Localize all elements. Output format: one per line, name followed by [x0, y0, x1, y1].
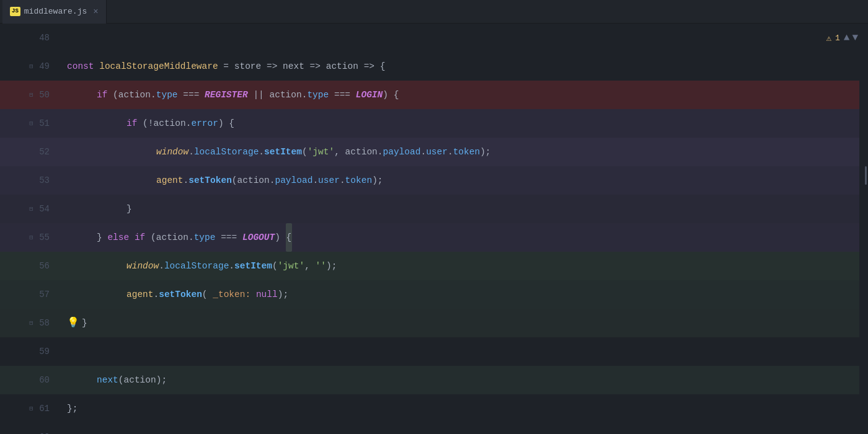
line-code: agent.setToken(action.payload.user.token…: [62, 166, 868, 195]
fold-icon[interactable]: ⊟: [27, 404, 35, 413]
prev-warning-button[interactable]: ▲: [844, 32, 850, 43]
line-number: 56: [0, 261, 62, 271]
file-tab[interactable]: JS middleware.js ×: [2, 0, 107, 24]
line-number: ⊟ 51: [0, 118, 62, 128]
line-number: 59: [0, 347, 62, 356]
line-code: };: [62, 394, 868, 423]
line-code: window.localStorage.setItem('jwt', actio…: [62, 138, 868, 166]
fold-icon[interactable]: ⊟: [27, 205, 35, 213]
fold-icon[interactable]: ⊟: [27, 62, 35, 71]
table-row: ⊟ 54 }: [0, 195, 868, 223]
line-number: 52: [0, 147, 62, 157]
line-number: ⊟ 61: [0, 404, 62, 414]
line-number: ⊟ 55: [0, 232, 62, 242]
line-code: agent.setToken( _token: null);: [62, 280, 868, 309]
line-code: window.localStorage.setItem('jwt', '');: [62, 252, 868, 280]
table-row: ⊟ 58 💡 }: [0, 309, 868, 337]
line-number: ⊟ 58: [0, 318, 62, 328]
line-number: ⊟ 54: [0, 204, 62, 214]
line-code: if (action.type === REGISTER || action.t…: [62, 81, 868, 109]
fold-icon[interactable]: ⊟: [27, 233, 35, 242]
table-row: ⊟ 51 if (!action.error) {: [0, 109, 868, 138]
table-row: 48: [0, 24, 868, 52]
table-row: 52 window.localStorage.setItem('jwt', ac…: [0, 138, 868, 166]
line-number: 48: [0, 33, 62, 43]
table-row: 53 agent.setToken(action.payload.user.to…: [0, 166, 868, 195]
table-row: 60 next(action);: [0, 366, 868, 394]
line-number: 60: [0, 375, 62, 385]
nav-arrows[interactable]: ▲ ▼: [844, 32, 858, 43]
lightbulb-icon[interactable]: 💡: [67, 309, 79, 337]
table-row: ⊟ 49 const localStorageMiddleware = stor…: [0, 52, 868, 81]
line-code: } else if (action.type === LOGOUT) {: [62, 223, 868, 252]
table-row: 57 agent.setToken( _token: null);: [0, 280, 868, 309]
line-code: 💡 }: [62, 309, 868, 337]
scrollbar-thumb[interactable]: [865, 166, 867, 185]
scrollbar[interactable]: [859, 24, 868, 434]
line-number: ⊟ 50: [0, 90, 62, 100]
tab-filename: middleware.js: [24, 7, 87, 16]
table-row: 56 window.localStorage.setItem('jwt', ''…: [0, 252, 868, 280]
editor-area: ⚠ 1 ▲ ▼ 48 ⊟ 49 c: [0, 24, 868, 434]
line-code: }: [62, 195, 868, 223]
next-warning-button[interactable]: ▼: [852, 32, 858, 43]
code-lines: 48 ⊟ 49 const localStorageMiddleware = s…: [0, 24, 868, 434]
warning-count: 1: [835, 33, 840, 43]
line-number: 57: [0, 290, 62, 299]
fold-icon[interactable]: ⊟: [27, 119, 35, 128]
table-row: ⊟ 55 } else if (action.type === LOGOUT) …: [0, 223, 868, 252]
table-row: ⊟ 61 };: [0, 394, 868, 423]
editor-container: JS middleware.js × ⚠ 1 ▲ ▼ 48: [0, 0, 868, 434]
warning-icon: ⚠: [826, 33, 831, 43]
table-row: ⊟ 50 if (action.type === REGISTER || act…: [0, 81, 868, 109]
fold-icon[interactable]: ⊟: [27, 319, 35, 327]
line-code: const localStorageMiddleware = store => …: [62, 52, 868, 81]
tab-bar: JS middleware.js ×: [0, 0, 868, 24]
line-code: if (!action.error) {: [62, 109, 868, 138]
js-language-icon: JS: [10, 7, 20, 16]
fold-icon[interactable]: ⊟: [27, 91, 35, 99]
line-code: next(action);: [62, 366, 868, 394]
tab-close-button[interactable]: ×: [93, 7, 98, 17]
table-row: 62: [0, 423, 868, 434]
table-row: 59: [0, 337, 868, 366]
warning-bar: ⚠ 1 ▲ ▼: [794, 24, 868, 52]
line-number: 53: [0, 175, 62, 185]
line-number: ⊟ 49: [0, 61, 62, 71]
